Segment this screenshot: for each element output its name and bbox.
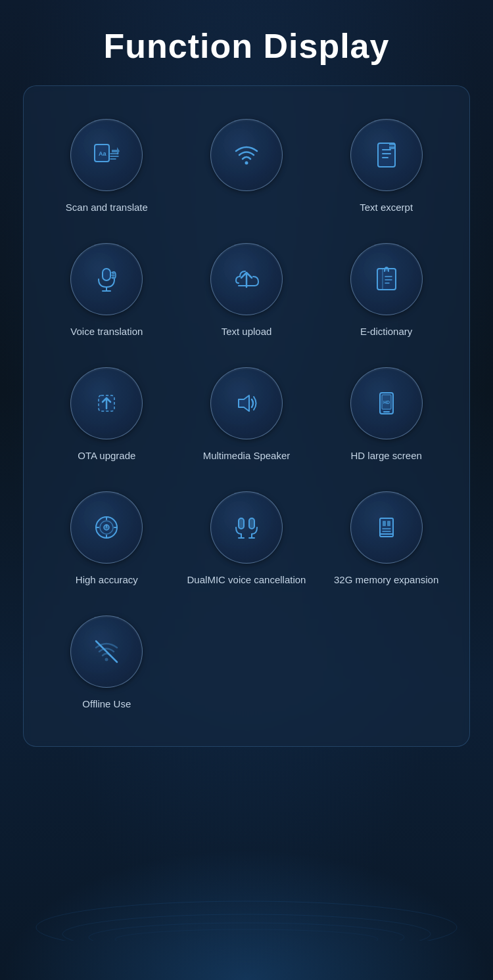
feature-label-text-excerpt: Text excerpt (360, 200, 413, 214)
scan-translate-icon: Aa (70, 119, 143, 191)
svg-point-47 (62, 914, 431, 941)
text-upload-icon (210, 243, 283, 315)
feature-item-multimedia-speaker: Multimedia Speaker (177, 354, 317, 478)
memory-expansion-icon (350, 491, 423, 564)
feature-label-multimedia-speaker: Multimedia Speaker (203, 449, 291, 462)
feature-label-high-accuracy: High accuracy (76, 573, 138, 587)
feature-label-text-upload: Text upload (222, 324, 272, 338)
high-accuracy-icon (70, 491, 143, 564)
feature-label-e-dictionary: E-dictionary (360, 324, 412, 338)
feature-item-text-upload: Text upload (177, 230, 317, 354)
feature-item-text-excerpt: Text excerpt (316, 106, 456, 230)
multimedia-speaker-icon (210, 367, 283, 439)
feature-item-wifi (177, 106, 317, 230)
offline-use-icon (70, 615, 143, 688)
wifi-icon (210, 119, 283, 191)
page-title: Function Display (91, 0, 403, 85)
feature-label-ota-upgrade: OTA upgrade (78, 449, 135, 462)
feature-item-ota-upgrade: OTA upgrade (37, 354, 177, 478)
feature-item-e-dictionary: E-dictionary (316, 230, 456, 354)
dual-mic-icon (210, 491, 283, 564)
svg-point-46 (36, 901, 457, 941)
svg-point-49 (115, 929, 378, 941)
function-card: Aa Scan and translate Text excerpt (23, 85, 470, 747)
svg-point-44 (105, 658, 108, 661)
feature-label-memory-expansion: 32G memory expansion (334, 573, 438, 587)
feature-item-dual-mic: DualMIC voice cancellation (177, 478, 317, 602)
svg-rect-40 (387, 521, 390, 526)
feature-item-hd-screen: HD HD large screen (316, 354, 456, 478)
svg-rect-15 (377, 269, 396, 290)
ota-upgrade-icon (70, 367, 143, 439)
feature-item-memory-expansion: 32G memory expansion (316, 478, 456, 602)
text-excerpt-icon (350, 119, 423, 191)
feature-item-scan-translate: Aa Scan and translate (37, 106, 177, 230)
e-dictionary-icon (350, 243, 423, 315)
svg-rect-9 (103, 269, 110, 280)
svg-text:HD: HD (383, 400, 390, 405)
svg-rect-33 (249, 518, 254, 529)
feature-label-scan-translate: Scan and translate (66, 200, 148, 214)
svg-point-48 (89, 923, 404, 941)
feature-item-high-accuracy: High accuracy (37, 478, 177, 602)
wave-decoration (0, 875, 493, 941)
svg-rect-32 (239, 518, 244, 529)
feature-grid: Aa Scan and translate Text excerpt (37, 106, 456, 726)
feature-item-offline-use: Offline Use (37, 602, 177, 726)
feature-item-voice-translation: Voice translation (37, 230, 177, 354)
voice-translation-icon (70, 243, 143, 315)
feature-label-offline-use: Offline Use (82, 697, 131, 711)
hd-screen-icon: HD (350, 367, 423, 439)
feature-label-dual-mic: DualMIC voice cancellation (187, 573, 306, 587)
svg-point-2 (245, 162, 248, 165)
svg-rect-39 (383, 521, 386, 526)
feature-label-hd-screen: HD large screen (350, 449, 421, 462)
feature-label-voice-translation: Voice translation (70, 324, 143, 338)
svg-text:Aa: Aa (99, 150, 106, 157)
